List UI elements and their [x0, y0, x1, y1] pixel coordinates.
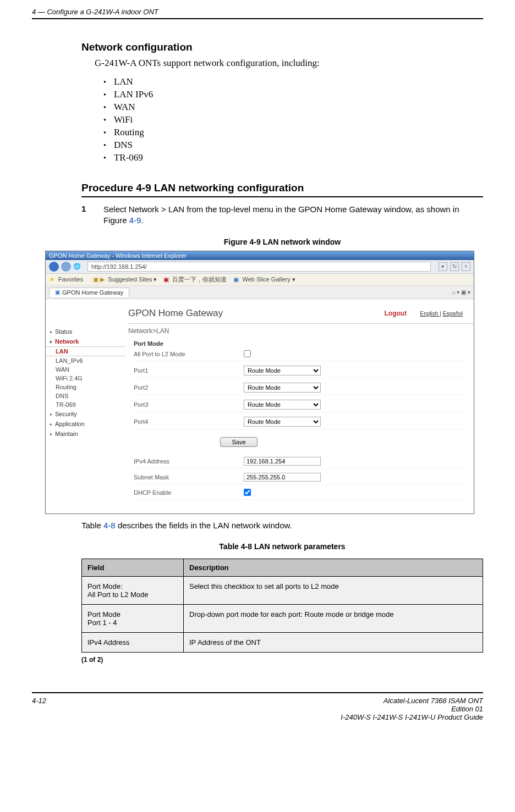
browser-navbar: 🌐 http://192.168.1.254/ ▾ ↻ × — [46, 260, 474, 274]
parameters-table: Field Description Port Mode: All Port to… — [81, 559, 483, 653]
port2-select[interactable]: Route Mode — [244, 383, 321, 393]
footer-line: Edition 01 — [341, 705, 483, 713]
port2-label: Port2 — [134, 384, 244, 391]
step-text-part: . — [141, 216, 143, 225]
step-text: Select Network > LAN from the top-level … — [103, 204, 483, 227]
back-icon[interactable] — [49, 262, 59, 272]
step-number: 1 — [81, 204, 103, 227]
lang-espanol-link[interactable]: Español — [443, 311, 463, 317]
list-item: DNS — [103, 140, 483, 151]
ipv4-label: IPv4 Address — [134, 458, 244, 465]
dhcp-checkbox[interactable] — [244, 489, 251, 496]
cell-text: Select this checkbox to set all ports to… — [184, 576, 483, 604]
forward-icon[interactable] — [61, 262, 71, 272]
gateway-header: GPON Home Gateway Logout English | Españ… — [46, 299, 474, 323]
gateway-sidebar: Status Network LAN LAN_IPv6 WAN WiFi 2.4… — [46, 327, 125, 439]
sidebar-item-lan[interactable]: LAN — [46, 346, 125, 356]
sidebar-item-routing[interactable]: Routing — [46, 383, 125, 391]
table-cross-ref[interactable]: 4-8 — [103, 521, 116, 530]
table-reference: Table 4-8 describes the fields in the LA… — [81, 521, 483, 530]
save-button[interactable]: Save — [220, 437, 257, 447]
sidebar-item-application[interactable]: Application — [46, 419, 125, 429]
table-caption: Table 4-8 LAN network parameters — [81, 542, 483, 551]
port1-label: Port1 — [134, 367, 244, 374]
address-bar[interactable]: http://192.168.1.254/ — [87, 262, 431, 272]
subnet-input[interactable] — [244, 473, 321, 482]
all-port-checkbox[interactable] — [244, 350, 251, 357]
tab-favicon-icon: ▣ — [55, 289, 60, 295]
favorites-bar: ★ Favorites ▣ ▶ Suggested Sites ▾ ▣ 百度一下… — [46, 274, 474, 286]
figure-browser-window: GPON Home Gateway - Windows Internet Exp… — [45, 251, 474, 514]
footer-line: Alcatel-Lucent 7368 ISAM ONT — [341, 697, 483, 705]
section-intro: G-241W-A ONTs support network configurat… — [95, 58, 483, 69]
section-heading: Network configuration — [81, 41, 483, 53]
link[interactable]: 百度一下，你就知道 — [172, 275, 227, 284]
sidebar-item-dns[interactable]: DNS — [46, 391, 125, 400]
col-desc-header: Description — [184, 559, 483, 576]
text: Table — [81, 521, 103, 530]
procedure-heading: Procedure 4-9 LAN networking configurati… — [81, 182, 483, 197]
gateway-main: Port Mode All Port to L2 Mode Port1 Rout… — [134, 340, 474, 500]
table-row: Port Mode Port 1 - 4 Drop-down port mode… — [82, 604, 483, 632]
stop-icon[interactable]: × — [462, 262, 470, 271]
cell-text: Port Mode: — [87, 582, 123, 590]
list-item: WAN — [103, 102, 483, 113]
all-port-label: All Port to L2 Mode — [134, 351, 244, 357]
figure-cross-ref[interactable]: 4-9 — [129, 216, 141, 225]
navbar-right: ▾ ↻ × — [437, 262, 470, 271]
page-footer: 4-12 Alcatel-Lucent 7368 ISAM ONT Editio… — [32, 692, 483, 721]
sidebar-item-network[interactable]: Network — [46, 336, 125, 346]
procedure-step: 1 Select Network > LAN from the top-leve… — [81, 204, 483, 227]
table-row: Port Mode: All Port to L2 Mode Select th… — [82, 576, 483, 604]
cell-text: Drop-down port mode for each port: Route… — [184, 604, 483, 632]
gateway-app: Status Network LAN LAN_IPv6 WAN WiFi 2.4… — [46, 299, 474, 513]
dropdown-icon[interactable]: ▾ — [439, 262, 447, 271]
refresh-icon[interactable]: ↻ — [450, 262, 459, 271]
figure-caption: Figure 4-9 LAN network window — [81, 237, 483, 246]
subnet-label: Subnet Mask — [134, 474, 244, 480]
running-header: 4 — Configure a G-241W-A indoor ONT — [32, 8, 483, 19]
port3-label: Port3 — [134, 401, 244, 408]
cell-text: Port 1 - 4 — [87, 618, 117, 627]
sidebar-item-security[interactable]: Security — [46, 409, 125, 419]
table-row: IPv4 Address IP Address of the ONT — [82, 632, 483, 652]
cell-text: Port Mode — [87, 610, 120, 618]
lang-english-link[interactable]: English | — [420, 311, 441, 317]
list-item: Routing — [103, 127, 483, 138]
bullet-list: LAN LAN IPv6 WAN WiFi Routing DNS TR-069 — [103, 76, 483, 163]
globe-icon: 🌐 — [73, 263, 81, 270]
list-item: TR-069 — [103, 152, 483, 163]
list-item: LAN — [103, 76, 483, 87]
cell-text: IPv4 Address — [82, 632, 184, 652]
browser-tabbar: ▣ GPON Home Gateway ⌂ ▾ ▣ ▾ — [46, 286, 474, 299]
dhcp-label: DHCP Enable — [134, 489, 244, 496]
step-text-part: Select Network > LAN from the top-level … — [103, 205, 459, 225]
port4-label: Port4 — [134, 418, 244, 425]
list-item: LAN IPv6 — [103, 89, 483, 100]
port4-select[interactable]: Route Mode — [244, 417, 321, 427]
page-number: 4-12 — [32, 697, 46, 721]
cell-text: IP Address of the ONT — [184, 632, 483, 652]
sidebar-item-status[interactable]: Status — [46, 327, 125, 336]
breadcrumb: Network>LAN — [128, 327, 474, 335]
browser-tab[interactable]: ▣ GPON Home Gateway — [49, 288, 129, 297]
list-item: WiFi — [103, 114, 483, 125]
ipv4-input[interactable] — [244, 457, 321, 466]
suggested-sites-link[interactable]: Suggested Sites ▾ — [108, 276, 157, 283]
port1-select[interactable]: Route Mode — [244, 366, 321, 375]
cell-text: All Port to L2 Mode — [87, 590, 149, 599]
sidebar-item-lan-ipv6[interactable]: LAN_IPv6 — [46, 356, 125, 365]
webslice-link[interactable]: Web Slice Gallery ▾ — [242, 276, 295, 283]
port3-select[interactable]: Route Mode — [244, 400, 321, 410]
sidebar-item-wifi[interactable]: WiFi 2.4G — [46, 374, 125, 383]
table-continuation-note: (1 of 2) — [81, 656, 483, 664]
sidebar-item-tr069[interactable]: TR-069 — [46, 400, 125, 409]
logout-link[interactable]: Logout — [385, 310, 407, 317]
text: describes the fields in the LAN network … — [116, 521, 292, 530]
tab-tools[interactable]: ⌂ ▾ ▣ ▾ — [452, 289, 470, 295]
footer-line: I-240W-S I-241W-S I-241W-U Product Guide — [341, 713, 483, 721]
star-icon: ★ — [49, 275, 55, 283]
browser-titlebar: GPON Home Gateway - Windows Internet Exp… — [46, 251, 474, 260]
sidebar-item-maintain[interactable]: Maintain — [46, 429, 125, 439]
sidebar-item-wan[interactable]: WAN — [46, 365, 125, 374]
